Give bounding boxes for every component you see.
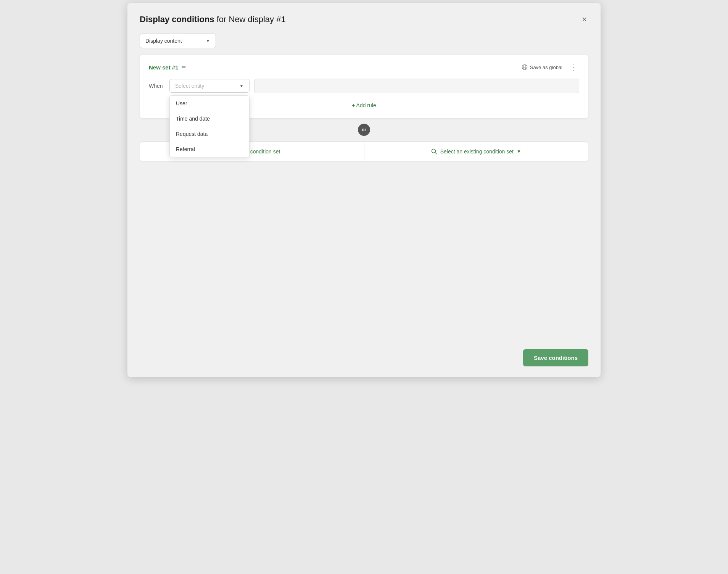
card-header: New set #1 ✏ Save as global ⋮: [149, 63, 579, 72]
entity-option-request-data[interactable]: Request data: [170, 126, 249, 142]
entity-placeholder: Select entity: [175, 83, 204, 89]
entity-option-referral[interactable]: Referral: [170, 142, 249, 157]
add-rule-button[interactable]: + Add rule: [352, 102, 376, 108]
entity-option-time-date[interactable]: Time and date: [170, 111, 249, 126]
display-content-label: Display content: [145, 38, 182, 44]
more-options-button[interactable]: ⋮: [569, 63, 579, 72]
set-name: New set #1 ✏: [149, 64, 186, 71]
save-global-label: Save as global: [530, 64, 562, 70]
set-name-label: New set #1: [149, 64, 179, 71]
close-button[interactable]: ×: [580, 14, 588, 25]
select-existing-condition-set-button[interactable]: Select an existing condition set ▼: [364, 142, 588, 161]
modal: Display conditions for New display #1 × …: [127, 3, 601, 377]
title-bold: Display conditions: [140, 15, 214, 24]
when-label: When: [149, 83, 165, 89]
display-content-dropdown[interactable]: Display content ▼: [140, 34, 216, 48]
display-dropdown-container: Display content ▼: [140, 34, 588, 48]
modal-header: Display conditions for New display #1 ×: [140, 14, 588, 25]
when-row: When Select entity ▼ User Time and date …: [149, 79, 579, 93]
title-normal: for New display #1: [214, 15, 286, 24]
card-actions: Save as global ⋮: [522, 63, 579, 72]
search-icon: [431, 148, 437, 155]
entity-dropdown[interactable]: Select entity ▼: [169, 79, 250, 93]
existing-condition-label: Select an existing condition set: [440, 148, 514, 155]
modal-title: Display conditions for New display #1: [140, 15, 286, 24]
condition-input[interactable]: [254, 79, 579, 93]
edit-icon[interactable]: ✏: [182, 64, 186, 70]
or-badge: or: [358, 124, 370, 136]
existing-condition-chevron-down-icon: ▼: [517, 149, 521, 154]
entity-dropdown-menu: User Time and date Request data Referral: [169, 95, 250, 157]
entity-option-user[interactable]: User: [170, 96, 249, 111]
chevron-down-icon: ▼: [206, 38, 210, 44]
save-conditions-button[interactable]: Save conditions: [523, 349, 588, 366]
entity-chevron-down-icon: ▼: [239, 83, 244, 89]
save-as-global-button[interactable]: Save as global: [522, 64, 562, 70]
condition-set-card: New set #1 ✏ Save as global ⋮ When: [140, 55, 588, 118]
svg-line-4: [435, 153, 436, 154]
globe-icon: [522, 64, 528, 70]
